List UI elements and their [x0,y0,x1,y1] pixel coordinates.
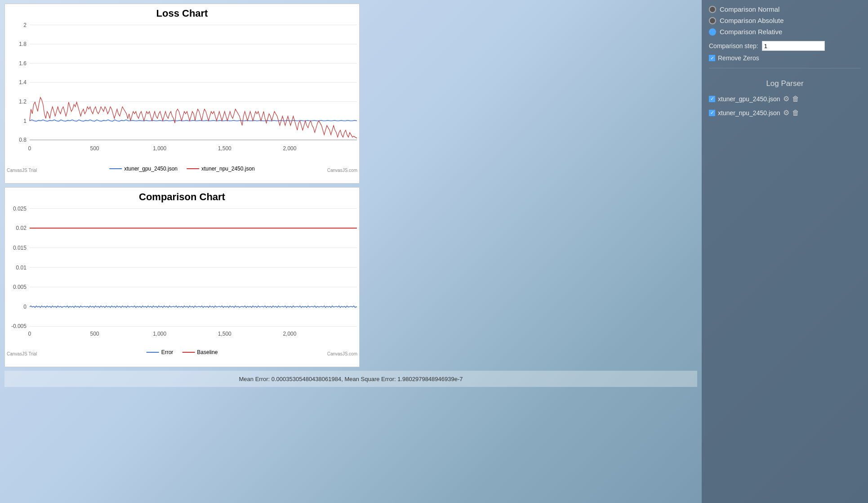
comparison-step-label: Comparison step: [709,42,758,49]
loss-chart-container: Loss Chart 2 1.8 1.6 1.4 1.2 1 0.8 [4,4,360,184]
radio-circle-relative [709,28,716,36]
svg-text:500: 500 [90,331,99,337]
radio-comparison-relative[interactable]: Comparison Relative [709,28,861,36]
comparison-chart-legend: Error Baseline [147,349,218,355]
svg-text:0: 0 [28,331,31,337]
remove-zeros-row[interactable]: ✓ Remove Zeros [709,54,861,62]
svg-text:1,000: 1,000 [153,331,166,337]
svg-text:1.8: 1.8 [19,41,27,47]
svg-text:1.6: 1.6 [19,60,27,67]
radio-comparison-normal[interactable]: Comparison Normal [709,5,861,13]
parser-checkbox-gpu[interactable]: ✓ [709,96,715,102]
svg-text:1.2: 1.2 [19,99,27,105]
comparison-chart-title: Comparison Chart [5,191,359,203]
loss-chart-title: Loss Chart [5,8,359,19]
comparison-chart-svg: 0.025 0.02 0.015 0.01 0.005 0 -0.005 0 5… [5,204,359,358]
remove-zeros-checkbox[interactable]: ✓ [709,55,715,61]
svg-text:0.01: 0.01 [16,264,27,270]
svg-text:2,000: 2,000 [283,145,296,152]
legend-label-baseline: Baseline [197,349,218,355]
radio-group: Comparison Normal Comparison Absolute Co… [709,5,861,36]
svg-text:1,000: 1,000 [153,145,166,152]
radio-circle-normal [709,6,716,13]
legend-line-error [147,352,159,353]
svg-text:0.005: 0.005 [13,284,27,290]
radio-label-absolute: Comparison Absolute [720,17,784,24]
svg-text:1,500: 1,500 [218,331,231,337]
log-parser-title: Log Parser [709,79,861,88]
divider-1 [709,68,861,68]
legend-item-baseline: Baseline [182,349,218,355]
status-bar: Mean Error: 0.00035305480438061984, Mean… [4,371,697,387]
comparison-chart-inner: 0.025 0.02 0.015 0.01 0.005 0 -0.005 0 5… [5,204,359,358]
svg-text:1.4: 1.4 [19,79,27,85]
trash-icon-gpu[interactable]: 🗑 [792,95,799,103]
comparison-watermark-right: CanvasJS.com [327,351,357,356]
legend-item-npu: xtuner_npu_2450.json [187,166,255,172]
svg-text:0: 0 [23,304,27,310]
legend-label-gpu: xtuner_gpu_2450.json [124,166,178,172]
legend-line-baseline [182,352,195,353]
parser-item-gpu: ✓ xtuner_gpu_2450.json ⚙ 🗑 [709,94,861,103]
status-text: Mean Error: 0.00035305480438061984, Mean… [239,376,463,382]
svg-text:1: 1 [23,117,27,124]
radio-label-relative: Comparison Relative [720,28,782,36]
svg-text:0.025: 0.025 [13,205,27,211]
parser-checkbox-npu[interactable]: ✓ [709,110,715,116]
loss-chart-legend: xtuner_gpu_2450.json xtuner_npu_2450.jso… [109,166,255,172]
legend-line-gpu [109,168,122,169]
comparison-watermark-left: CanvasJS Trial [7,351,37,356]
legend-item-error: Error [147,349,174,355]
loss-chart-svg: 2 1.8 1.6 1.4 1.2 1 0.8 0 500 1,000 1,50… [5,20,359,175]
svg-text:0: 0 [28,145,31,152]
svg-text:500: 500 [90,145,99,152]
parser-filename-npu: xtuner_npu_2450.json [718,109,780,117]
remove-zeros-label: Remove Zeros [718,54,759,62]
radio-circle-absolute [709,17,716,24]
svg-text:0.02: 0.02 [16,225,27,231]
radio-label-normal: Comparison Normal [720,5,779,13]
gear-icon-npu[interactable]: ⚙ [783,108,789,117]
loss-watermark-right: CanvasJS.com [327,168,357,173]
svg-text:0.015: 0.015 [13,245,27,251]
comparison-chart-container: Comparison Chart 0.025 0.02 0.015 0.01 0… [4,187,360,367]
sidebar: Comparison Normal Comparison Absolute Co… [702,0,868,503]
svg-text:1,500: 1,500 [218,145,231,152]
svg-text:2: 2 [23,22,27,28]
loss-chart-inner: 2 1.8 1.6 1.4 1.2 1 0.8 0 500 1,000 1,50… [5,20,359,175]
svg-text:0.8: 0.8 [19,137,27,143]
trash-icon-npu[interactable]: 🗑 [792,109,799,117]
loss-watermark-left: CanvasJS Trial [7,168,37,173]
main-area: Loss Chart 2 1.8 1.6 1.4 1.2 1 0.8 [0,0,702,503]
parser-item-npu: ✓ xtuner_npu_2450.json ⚙ 🗑 [709,108,861,117]
legend-label-npu: xtuner_npu_2450.json [201,166,255,172]
legend-line-npu [187,168,199,169]
legend-label-error: Error [161,349,174,355]
radio-comparison-absolute[interactable]: Comparison Absolute [709,17,861,24]
comparison-step-row: Comparison step: [709,41,861,51]
parser-filename-gpu: xtuner_gpu_2450.json [718,95,780,103]
legend-item-gpu: xtuner_gpu_2450.json [109,166,178,172]
gear-icon-gpu[interactable]: ⚙ [783,94,789,103]
svg-text:-0.005: -0.005 [11,323,27,329]
svg-text:2,000: 2,000 [283,331,296,337]
comparison-step-input[interactable] [762,41,825,51]
